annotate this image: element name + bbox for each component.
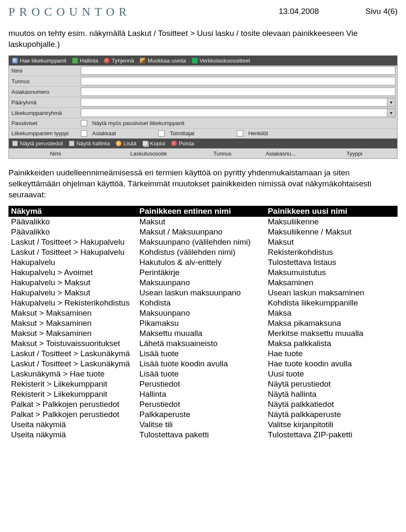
search-partners-button[interactable]: Hae liikekumppanit [12,57,66,64]
grid-col-custno[interactable]: Asiakasnu... [250,150,312,157]
table-row: Maksut > ToistuvaissuorituksetLähetä mak… [8,338,398,349]
pencil-icon [140,58,145,63]
type-persons-checkbox[interactable] [237,130,243,136]
table-cell: Laskut / Tositteet > Laskunäkymä [8,349,137,359]
grid-header: Nimi Laskutusosoite Tunnus Asiakasnu... … [9,148,397,158]
col-newname: Painikkeen uusi nimi [265,206,398,217]
table-cell: Maksettu muualla [137,328,266,338]
top-toolbar: Hae liikekumppanit Hallinta Tyhjennä Muo… [9,56,397,65]
table-cell: Rekisterit > Liikekumppanit [8,379,137,389]
table-cell: Maksa pikamaksuna [265,318,398,328]
col-view: Näkymä [8,206,137,217]
table-row: Hakupalvelu > AvoimetPerintäkirjeMaksumu… [8,267,398,278]
passive-checkbox[interactable] [81,120,87,126]
table-cell: Näytä hallinta [265,389,398,399]
table-row: Palkat > Palkkojen perustiedotPalkkaperu… [8,409,398,420]
app-screenshot: Hae liikekumppanit Hallinta Tyhjennä Muo… [8,55,398,159]
admin-icon [72,58,78,63]
table-cell: Maksut / Maksuunpano [137,227,266,237]
table-cell: Maksut [137,217,266,227]
table-row: Laskut / Tositteet > HakupalveluMaksuunp… [8,237,398,247]
delete-icon [171,141,177,146]
table-row: Rekisterit > LiikekumppanitPerustiedotNä… [8,379,398,389]
type-suppliers-label: Toimittajat [170,130,195,136]
table-cell: Pikamaksu [137,318,266,328]
table-cell: Maksumuistutus [265,267,398,278]
grid-col-billing[interactable]: Laskutusosoite [102,150,195,157]
table-row: Useita näkymiäTulostettava pakettiTulost… [8,430,398,440]
edit-many-button[interactable]: Muokkaa useita [140,57,186,64]
table-cell: Maksa palkkalista [265,338,398,349]
code-input[interactable] [81,77,395,85]
copy-button[interactable]: Kopioi [143,140,165,147]
table-cell: Hallinta [137,389,266,399]
table-cell: Laskut / Tositteet > Laskunäkymä [8,359,137,369]
copy-label: Kopioi [150,140,165,147]
table-cell: Hae tuote koodin avulla [265,359,398,369]
partnergroup-select[interactable]: ▼ [81,109,395,117]
document-icon [12,141,18,146]
grid-col-type[interactable]: Tyyppi [312,150,397,157]
table-row: Maksut > MaksaminenPikamaksuMaksa pikama… [8,318,398,328]
table-cell: Tulostettava paketti [137,430,266,440]
table-row: Laskut / Tositteet > LaskunäkymäLisää tu… [8,359,398,369]
table-cell: Usean laskun maksuunpano [137,288,266,298]
table-cell: Lähetä maksuaineisto [137,338,266,349]
admin-button[interactable]: Hallinta [72,57,98,64]
table-cell: Näytä palkkatiedot [265,399,398,409]
code-label: Tunnus [9,76,81,86]
table-cell: Maksuliikenne / Maksut [265,227,398,237]
maingroup-select[interactable]: ▼ [81,98,395,106]
table-row: PäävalikkoMaksut / MaksuunpanoMaksuliike… [8,227,398,237]
add-button[interactable]: Lisää [116,140,137,147]
chevron-down-icon: ▼ [387,109,395,117]
edit-many-label: Muokkaa useita [148,57,186,64]
add-icon [116,141,121,146]
header-page: Sivu 4(6) [365,7,398,16]
clear-label: Tyhjennä [112,57,134,64]
einvoice-button[interactable]: Verkkolaskuosoitteet [192,57,250,64]
einvoice-label: Verkkolaskuosoitteet [200,57,250,64]
table-cell: Tulostettava ZIP-paketti [265,430,398,440]
header-date: 13.04.2008 [279,7,319,16]
table-cell: Palkkaperuste [137,409,266,420]
table-cell: Päävalikko [8,227,137,237]
table-cell: Maksa [265,308,398,318]
table-cell: Useita näkymiä [8,420,137,430]
table-cell: Hakupalvelu [8,257,137,267]
table-cell: Maksut > Maksaminen [8,318,137,328]
table-cell: Merkitse maksettu muualla [265,328,398,338]
table-cell: Useita näkymiä [8,430,137,440]
table-cell: Hakupalvelu > Maksut [8,288,137,298]
grid-col-code[interactable]: Tunnus [195,150,250,157]
show-admin-button[interactable]: Näytä hallinta [69,140,110,147]
show-basic-button[interactable]: Näytä perustiedot [12,140,63,147]
type-persons-label: Henkilöt [248,130,268,136]
table-row: Hakupalvelu > MaksutUsean laskun maksuun… [8,288,398,298]
table-cell: Maksuunpano [137,308,266,318]
maingroup-label: Pääryhmä [9,98,81,107]
type-customers-label: Asiakkaat [92,130,116,136]
intro-paragraph-2: Painikkeiden uudelleennimeämisessä eri t… [8,167,398,200]
name-input[interactable] [81,66,395,75]
table-cell: Perustiedot [137,399,266,409]
table-cell: Hakupalvelu > Avoimet [8,267,137,278]
custno-input[interactable] [81,87,395,96]
table-cell: Perustiedot [137,379,266,389]
delete-button[interactable]: Poista [171,140,194,147]
changes-table: Näkymä Painikkeen entinen nimi Painikkee… [8,206,398,440]
table-cell: Lisää tuote [137,349,266,359]
table-cell: Maksut > Maksaminen [8,308,137,318]
type-customers-checkbox[interactable] [81,130,87,136]
table-cell: Lisää tuote [137,369,266,379]
grid-col-name[interactable]: Nimi [9,150,102,157]
table-cell: Hakutulos & alv-erittely [137,257,266,267]
name-label: Nimi [9,66,81,76]
table-cell: Kohdista [137,298,266,308]
show-admin-label: Näytä hallinta [77,140,110,147]
table-row: Laskut / Tositteet > LaskunäkymäLisää tu… [8,349,398,359]
type-suppliers-checkbox[interactable] [158,130,165,136]
clear-button[interactable]: Tyhjennä [104,57,134,64]
table-cell: Laskut / Tositteet > Hakupalvelu [8,247,137,257]
document-icon [69,141,74,146]
